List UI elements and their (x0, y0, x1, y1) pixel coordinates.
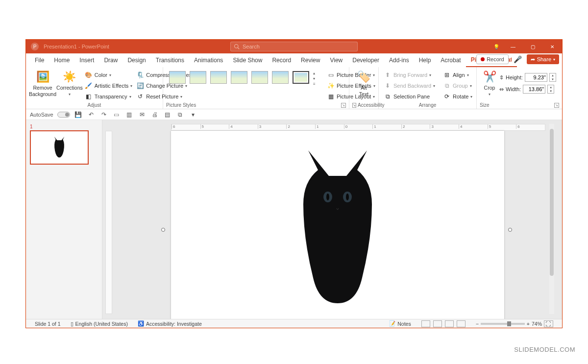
sorter-view-button[interactable] (433, 320, 442, 327)
remove-background-button[interactable]: 🖼️Remove Background (29, 68, 56, 97)
artistic-effects-button[interactable]: 🖌️Artistic Effects (83, 81, 134, 91)
picture-style-5[interactable] (251, 71, 268, 84)
compress-icon: 🗜️ (136, 71, 144, 79)
tab-acrobat[interactable]: Acrobat (436, 54, 466, 67)
mic-button[interactable]: 🎤 (512, 54, 524, 64)
crop-button[interactable]: ✂️Crop▾ (480, 68, 499, 97)
width-input[interactable] (523, 85, 545, 94)
zoom-slider[interactable] (481, 323, 525, 325)
qat-btn-1[interactable]: ▭ (112, 110, 121, 119)
alt-text-button[interactable]: 🏷️Alt Text (352, 68, 375, 97)
thumbnail-pane[interactable]: 1 (26, 120, 102, 319)
align-button[interactable]: ⊞Align (441, 70, 474, 80)
tab-view[interactable]: View (325, 54, 347, 67)
tab-developer[interactable]: Developer (347, 54, 384, 67)
picture-styles-gallery[interactable]: ▴▾≡ (166, 68, 322, 86)
send-backward-button[interactable]: ⬇Send Backward (382, 81, 437, 91)
close-button[interactable]: ✕ (542, 40, 562, 53)
thumbnail-number: 1 (30, 124, 98, 129)
picture-style-1[interactable] (169, 71, 186, 84)
picture-styles-launcher[interactable]: ↘ (341, 103, 346, 108)
notes-button[interactable]: 📝Notes (384, 320, 416, 327)
picture-style-6[interactable] (272, 71, 289, 84)
tab-addins[interactable]: Add-ins (384, 54, 414, 67)
slide-canvas[interactable] (171, 131, 504, 327)
tab-file[interactable]: File (30, 54, 49, 67)
tab-transitions[interactable]: Transitions (151, 54, 189, 67)
tab-animations[interactable]: Animations (189, 54, 228, 67)
transparency-button[interactable]: ◧Transparency (83, 92, 134, 101)
fit-to-window-button[interactable]: ⛶ (544, 320, 553, 327)
picture-style-2[interactable] (190, 71, 206, 84)
zoom-out-button[interactable]: − (476, 321, 479, 327)
quick-access-toolbar: AutoSave 💾 ↶ ↷ ▭ ▥ ✉ 🖨 ▤ ⧉ ▾ (26, 109, 562, 120)
effects-icon: ✨ (327, 82, 335, 90)
save-button[interactable]: 💾 (74, 110, 83, 119)
tab-draw[interactable]: Draw (99, 54, 122, 67)
tab-review[interactable]: Review (296, 54, 325, 67)
gallery-more-button[interactable]: ▴▾≡ (313, 71, 319, 86)
status-bar: Slide 1 of 1 ▯English (United States) ♿A… (26, 319, 562, 328)
status-language[interactable]: ▯English (United States) (66, 321, 133, 327)
width-icon: ⇔ (499, 86, 504, 93)
height-input[interactable] (525, 73, 547, 82)
status-slide[interactable]: Slide 1 of 1 (30, 321, 66, 327)
tab-home[interactable]: Home (49, 54, 74, 67)
picture-style-4[interactable] (231, 71, 247, 84)
tab-slideshow[interactable]: Slide Show (228, 54, 267, 67)
watermark: SLIDEMODEL.COM (514, 346, 575, 353)
height-spinner[interactable]: ▲▼ (549, 73, 556, 82)
status-accessibility[interactable]: ♿Accessibility: Investigate (133, 320, 207, 327)
qat-btn-2[interactable]: ▥ (125, 110, 134, 119)
qat-btn-5[interactable]: ▤ (163, 110, 172, 119)
minimize-button[interactable]: — (503, 40, 523, 53)
autosave-toggle[interactable] (57, 112, 70, 118)
search-icon (234, 44, 240, 49)
coming-soon-icon[interactable]: 💡 (490, 40, 503, 53)
scrollbar-thumb[interactable] (550, 129, 554, 276)
selected-picture[interactable] (284, 150, 392, 307)
color-button[interactable]: 🎨Color (83, 70, 134, 80)
maximize-button[interactable]: ▢ (523, 40, 542, 53)
tab-record[interactable]: Record (267, 54, 296, 67)
reading-view-button[interactable] (445, 320, 454, 327)
layout-icon: ▦ (327, 93, 335, 100)
picture-style-3[interactable] (210, 71, 227, 84)
rotate-button[interactable]: ⟳Rotate (441, 92, 474, 101)
undo-button[interactable]: ↶ (87, 110, 96, 119)
group-button[interactable]: ⧉Group (441, 81, 474, 91)
align-icon: ⊞ (443, 71, 451, 79)
svg-text:P: P (33, 44, 37, 49)
picture-style-7[interactable] (293, 71, 309, 84)
share-button[interactable]: ➦Share▾ (527, 54, 559, 64)
qat-btn-3[interactable]: ✉ (138, 110, 147, 119)
zoom-in-button[interactable]: + (527, 321, 530, 327)
qat-btn-4[interactable]: 🖨 (150, 110, 159, 119)
tab-help[interactable]: Help (414, 54, 436, 67)
vertical-scrollbar[interactable] (549, 124, 554, 314)
selection-pane-button[interactable]: ⧉Selection Pane (382, 92, 437, 101)
selection-handle-right[interactable] (508, 228, 512, 232)
search-placeholder: Search (243, 44, 260, 49)
group-label-adjust: Adjust (29, 102, 160, 109)
width-spinner[interactable]: ▲▼ (547, 85, 554, 94)
corrections-button[interactable]: ☀️Corrections▾ (56, 68, 83, 97)
tab-insert[interactable]: Insert (74, 54, 99, 67)
qat-more-button[interactable]: ▾ (189, 110, 197, 119)
size-launcher[interactable]: ↘ (554, 103, 559, 108)
record-button[interactable]: Record (476, 54, 508, 64)
qat-btn-6[interactable]: ⧉ (176, 110, 185, 119)
bring-forward-button[interactable]: ⬆Bring Forward (382, 70, 437, 80)
bring-forward-icon: ⬆ (384, 71, 392, 79)
selection-handle-left[interactable] (161, 228, 165, 232)
app-icon: P (30, 42, 40, 51)
slideshow-view-button[interactable] (457, 320, 466, 327)
zoom-level[interactable]: 74% (532, 321, 542, 327)
redo-button[interactable]: ↷ (99, 110, 108, 119)
normal-view-button[interactable] (421, 320, 430, 327)
tab-design[interactable]: Design (122, 54, 150, 67)
search-input[interactable]: Search (230, 42, 358, 51)
accessibility-launcher[interactable]: ↘ (352, 103, 356, 108)
group-label-size: Size (480, 102, 489, 108)
slide-thumbnail-1[interactable] (30, 130, 89, 165)
